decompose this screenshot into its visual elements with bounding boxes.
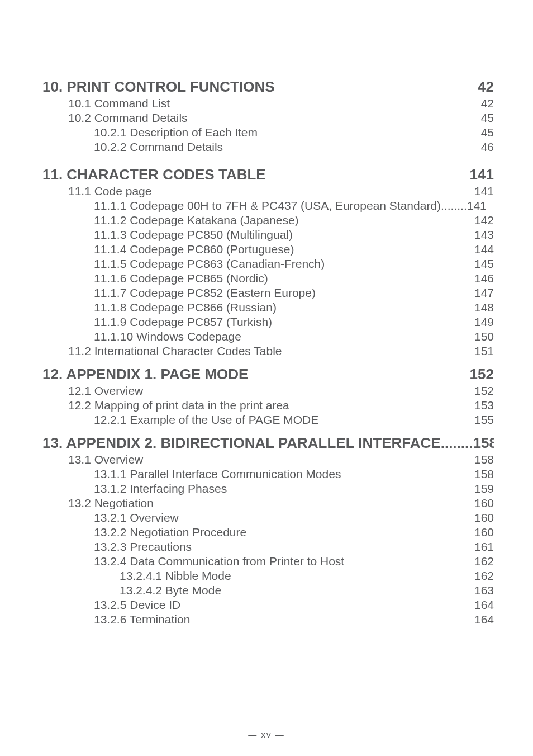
toc-page: 153 xyxy=(474,399,494,412)
toc-entry: 11.1.2 Codepage Katakana (Japanese) 142 xyxy=(94,214,494,227)
toc-page: 160 xyxy=(474,511,494,525)
toc-label: 11.1.4 Codepage PC860 (Portuguese) xyxy=(94,243,294,256)
toc-entry: 11.1 Code page 141 xyxy=(68,185,494,198)
toc-label: 11.1.6 Codepage PC865 (Nordic) xyxy=(94,272,268,285)
toc-entry: 12.1 Overview 152 xyxy=(68,384,494,398)
toc-label: 12.2.1 Example of the Use of PAGE MODE xyxy=(94,413,318,427)
toc-label: 13.1.2 Interfacing Phases xyxy=(94,482,227,495)
toc-label: 11.1.3 Codepage PC850 (Multilingual) xyxy=(94,228,293,242)
toc-page: 162 xyxy=(474,569,494,583)
toc-entry: 11.1.10 Windows Codepage 150 xyxy=(94,330,494,343)
toc-label: 11.1.9 Codepage PC857 (Turkish) xyxy=(94,315,272,329)
toc-label: 11.1.10 Windows Codepage xyxy=(94,330,241,343)
toc-label: 13.2.5 Device ID xyxy=(94,598,180,612)
toc-entry: 13.2.2 Negotiation Procedure 160 xyxy=(94,526,494,539)
table-of-contents: 10. PRINT CONTROL FUNCTIONS 4210.1 Comma… xyxy=(42,78,494,626)
toc-page: 149 xyxy=(474,315,494,329)
toc-page: 158 xyxy=(473,434,494,452)
toc-page: 158 xyxy=(474,467,494,481)
toc-entry: 13.1.2 Interfacing Phases 159 xyxy=(94,482,494,495)
toc-entry: 11.1.8 Codepage PC866 (Russian) 148 xyxy=(94,301,494,314)
toc-page: 155 xyxy=(474,413,494,427)
toc-label: 11. CHARACTER CODES TABLE xyxy=(42,166,266,183)
toc-entry: 13.2.4 Data Communication from Printer t… xyxy=(94,555,494,568)
toc-page: 150 xyxy=(474,330,494,343)
toc-entry: 12.2 Mapping of print data in the print … xyxy=(68,399,494,412)
toc-label: 13.2.3 Precautions xyxy=(94,540,192,554)
toc-page: 158 xyxy=(474,453,494,466)
toc-entry: 11.2 International Character Codes Table… xyxy=(68,344,494,358)
toc-entry: 13.2.4.1 Nibble Mode 162 xyxy=(120,569,494,583)
toc-entry: 11.1.9 Codepage PC857 (Turkish) 149 xyxy=(94,315,494,329)
toc-label: 13.2.6 Termination xyxy=(94,613,190,626)
toc-page: 143 xyxy=(474,228,494,242)
toc-page: 46 xyxy=(481,140,494,154)
toc-page: 147 xyxy=(474,286,494,300)
toc-page: 160 xyxy=(474,497,494,510)
toc-label: 12.2 Mapping of print data in the print … xyxy=(68,399,289,412)
toc-entry: 12.2.1 Example of the Use of PAGE MODE 1… xyxy=(94,413,494,427)
toc-page: 164 xyxy=(474,613,494,626)
toc-label: 10.1 Command List xyxy=(68,97,170,110)
toc-label: 11.1.5 Codepage PC863 (Canadian-French) xyxy=(94,257,325,271)
toc-page: 162 xyxy=(474,555,494,568)
toc-label: 10.2 Command Details xyxy=(68,111,188,125)
toc-page: 45 xyxy=(481,111,494,125)
toc-label: 13.1.1 Parallel Interface Communication … xyxy=(94,467,341,481)
toc-page: 145 xyxy=(474,257,494,271)
toc-entry: 13.2.4.2 Byte Mode 163 xyxy=(120,584,494,597)
toc-label: 12. APPENDIX 1. PAGE MODE xyxy=(42,366,248,383)
toc-label: 13.2.2 Negotiation Procedure xyxy=(94,526,246,539)
toc-page: 161 xyxy=(474,540,494,554)
toc-entry: 13.2.3 Precautions 161 xyxy=(94,540,494,554)
toc-label: 13. APPENDIX 2. BIDIRECTIONAL PARALLEL I… xyxy=(42,434,441,452)
toc-entry: 11. CHARACTER CODES TABLE 141 xyxy=(42,166,494,183)
toc-page: 164 xyxy=(474,598,494,612)
toc-separator: ........ xyxy=(441,434,473,452)
toc-entry: 11.1.5 Codepage PC863 (Canadian-French) … xyxy=(94,257,494,271)
toc-page: 160 xyxy=(474,526,494,539)
toc-page: 148 xyxy=(474,301,494,314)
toc-label: 13.2.4.2 Byte Mode xyxy=(120,584,221,597)
toc-page: 163 xyxy=(474,584,494,597)
toc-entry: 12. APPENDIX 1. PAGE MODE 152 xyxy=(42,366,494,383)
toc-page: 141 xyxy=(467,199,487,212)
toc-label: 10. PRINT CONTROL FUNCTIONS xyxy=(42,78,275,96)
toc-entry: 13.2 Negotiation 160 xyxy=(68,497,494,510)
toc-page: 151 xyxy=(474,344,494,358)
toc-label: 10.2.2 Command Details xyxy=(94,140,223,154)
toc-entry: 11.1.3 Codepage PC850 (Multilingual) 143 xyxy=(94,228,494,242)
toc-page: 152 xyxy=(470,366,494,383)
toc-entry: 13.2.6 Termination 164 xyxy=(94,613,494,626)
toc-entry: 13.2.5 Device ID 164 xyxy=(94,598,494,612)
page-footer: — xv — xyxy=(0,730,533,739)
toc-label: 10.2.1 Description of Each Item xyxy=(94,126,258,139)
toc-entry: 10.1 Command List 42 xyxy=(68,97,494,110)
toc-entry: 13.1 Overview 158 xyxy=(68,453,494,466)
toc-page: 45 xyxy=(481,126,494,139)
toc-label: 11.1.8 Codepage PC866 (Russian) xyxy=(94,301,277,314)
toc-page: 42 xyxy=(478,78,494,96)
toc-label: 11.1.2 Codepage Katakana (Japanese) xyxy=(94,214,299,227)
toc-page: 159 xyxy=(474,482,494,495)
toc-label: 11.1 Code page xyxy=(68,185,151,198)
toc-entry: 11.1.6 Codepage PC865 (Nordic) 146 xyxy=(94,272,494,285)
toc-separator: ........ xyxy=(441,199,467,212)
toc-label: 13.2.1 Overview xyxy=(94,511,179,525)
toc-entry: 10.2.1 Description of Each Item 45 xyxy=(94,126,494,139)
toc-label: 11.1.7 Codepage PC852 (Eastern Europe) xyxy=(94,286,316,300)
toc-entry: 13.1.1 Parallel Interface Communication … xyxy=(94,467,494,481)
toc-page: 146 xyxy=(474,272,494,285)
toc-label: 12.1 Overview xyxy=(68,384,143,398)
toc-label: 13.1 Overview xyxy=(68,453,143,466)
toc-page: 42 xyxy=(481,97,494,110)
toc-label: 11.2 International Character Codes Table xyxy=(68,344,282,358)
toc-entry: 13. APPENDIX 2. BIDIRECTIONAL PARALLEL I… xyxy=(42,434,494,452)
toc-page: 144 xyxy=(474,243,494,256)
toc-entry: 10.2.2 Command Details 46 xyxy=(94,140,494,154)
toc-page: 141 xyxy=(474,185,494,198)
toc-label: 13.2.4.1 Nibble Mode xyxy=(120,569,231,583)
toc-entry: 11.1.7 Codepage PC852 (Eastern Europe) 1… xyxy=(94,286,494,300)
toc-page: 142 xyxy=(474,214,494,227)
toc-page: 141 xyxy=(470,166,494,183)
